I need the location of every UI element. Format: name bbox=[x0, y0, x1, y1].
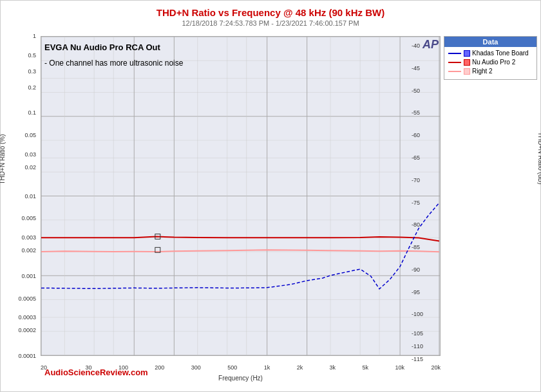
legend-line-right2 bbox=[448, 71, 461, 72]
y-label-05: 0.5 bbox=[28, 52, 36, 59]
y-label-0002: 0.002 bbox=[21, 247, 36, 254]
y-label-001: 0.01 bbox=[24, 193, 36, 200]
y-label-1: 1 bbox=[33, 33, 36, 39]
y-right-95: -95 bbox=[412, 289, 420, 295]
y-axis-left: 1 0.5 0.3 0.2 0.1 0.05 0.03 0.02 0.01 0.… bbox=[1, 36, 39, 356]
y-right-45: -45 bbox=[412, 65, 420, 71]
legend-label-khadas: Khadas Tone Board bbox=[472, 50, 529, 57]
legend-box-khadas bbox=[464, 50, 470, 57]
y-label-003: 0.03 bbox=[24, 151, 36, 158]
y-right-115: -115 bbox=[412, 356, 423, 362]
chart-title: THD+N Ratio vs Frequency @ 48 kHz (90 kH… bbox=[1, 1, 540, 19]
y-label-00001: 0.0001 bbox=[18, 353, 36, 359]
y-right-60: -60 bbox=[412, 132, 420, 138]
legend-title: Data bbox=[444, 37, 536, 47]
y-right-40: -40 bbox=[412, 42, 420, 49]
y-right-110: -110 bbox=[412, 343, 423, 350]
y-label-00005: 0.0005 bbox=[18, 295, 36, 302]
x-label-2k: 2k bbox=[297, 364, 303, 371]
x-label-5k: 5k bbox=[363, 364, 369, 371]
ap-logo: AP bbox=[422, 38, 439, 51]
x-label-200: 200 bbox=[155, 364, 164, 371]
x-label-10k: 10k bbox=[395, 364, 404, 371]
x-label-300: 300 bbox=[191, 364, 201, 371]
legend-box-nuaudio bbox=[464, 59, 470, 66]
y-label-002: 0.02 bbox=[24, 164, 36, 171]
annotation-line1: EVGA Nu Audio Pro RCA Out bbox=[44, 42, 160, 52]
legend-line-khadas bbox=[448, 53, 461, 54]
y-right-85: -85 bbox=[412, 244, 420, 250]
x-label-20k: 20k bbox=[431, 364, 441, 371]
chart-container: THD+N Ratio vs Frequency @ 48 kHz (90 kH… bbox=[0, 0, 541, 392]
chart-area bbox=[41, 36, 441, 356]
y-label-0003: 0.003 bbox=[21, 234, 36, 241]
watermark: AudioScienceReview.com bbox=[44, 368, 148, 377]
y-right-70: -70 bbox=[412, 177, 420, 183]
y-right-65: -65 bbox=[412, 154, 420, 161]
legend-item-right2: Right 2 bbox=[448, 68, 533, 75]
y-right-75: -75 bbox=[412, 200, 420, 206]
y-axis-right-title: THD+N Ratio (dB) bbox=[537, 132, 542, 184]
y-axis-left-title: THD+N Ratio (%) bbox=[0, 134, 6, 184]
y-label-0001: 0.001 bbox=[21, 273, 36, 279]
x-label-500: 500 bbox=[227, 364, 237, 371]
legend: Data Khadas Tone Board Nu Audio Pro 2 Ri… bbox=[444, 36, 537, 80]
legend-line-nuaudio bbox=[448, 62, 461, 63]
y-label-005: 0.05 bbox=[24, 132, 36, 138]
y-label-00003: 0.0003 bbox=[18, 314, 36, 321]
y-right-50: -50 bbox=[412, 88, 420, 94]
x-label-3k: 3k bbox=[330, 364, 336, 371]
y-label-03: 0.3 bbox=[28, 68, 36, 75]
chart-svg bbox=[41, 37, 440, 355]
legend-item-nuaudio: Nu Audio Pro 2 bbox=[448, 59, 533, 66]
annotation-line2: - One channel has more ultrasonic noise bbox=[44, 59, 183, 68]
legend-label-right2: Right 2 bbox=[472, 68, 493, 75]
y-right-55: -55 bbox=[412, 109, 420, 116]
chart-dates: 12/18/2018 7:24:53.783 PM - 1/23/2021 7:… bbox=[1, 19, 540, 27]
y-right-90: -90 bbox=[412, 266, 420, 273]
x-label-1k: 1k bbox=[264, 364, 270, 371]
y-label-0005: 0.005 bbox=[21, 215, 36, 221]
y-label-00002: 0.0002 bbox=[18, 327, 36, 333]
y-axis-right: -40 -45 -50 -55 -60 -65 -70 -75 -80 -85 … bbox=[408, 36, 441, 356]
legend-item-khadas: Khadas Tone Board bbox=[448, 50, 533, 57]
legend-label-nuaudio: Nu Audio Pro 2 bbox=[472, 59, 515, 66]
legend-box-right2 bbox=[464, 68, 470, 75]
y-right-80: -80 bbox=[412, 221, 420, 228]
y-right-100: -100 bbox=[412, 311, 423, 317]
y-right-105: -105 bbox=[412, 330, 423, 337]
y-label-01: 0.1 bbox=[28, 109, 36, 116]
y-label-02: 0.2 bbox=[28, 84, 36, 91]
